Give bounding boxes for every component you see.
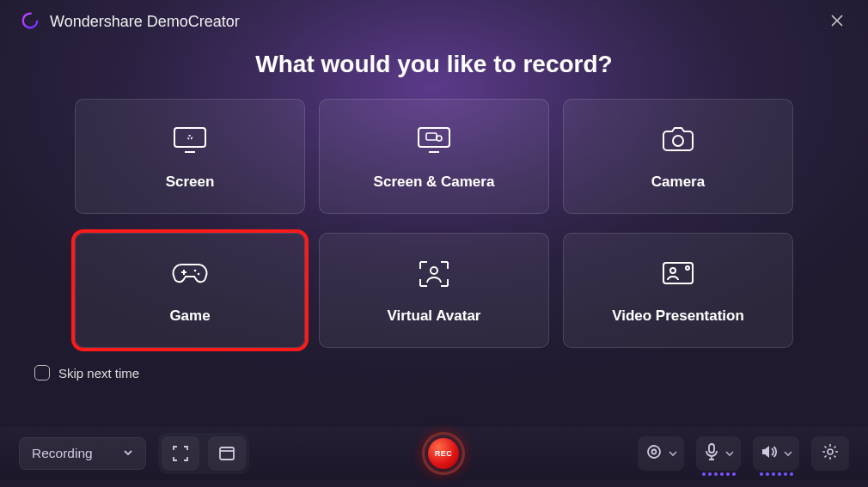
card-label: Camera bbox=[651, 173, 705, 191]
capture-mode-group bbox=[158, 433, 249, 474]
app-logo-icon bbox=[21, 11, 40, 33]
card-virtual-avatar[interactable]: Virtual Avatar bbox=[319, 233, 549, 348]
virtual-avatar-icon bbox=[415, 256, 453, 292]
card-label: Video Presentation bbox=[612, 307, 744, 325]
record-button[interactable]: REC bbox=[422, 432, 465, 475]
svg-point-8 bbox=[673, 136, 683, 146]
microphone-icon bbox=[703, 442, 720, 465]
skip-row: Skip next time bbox=[0, 348, 868, 380]
skip-label: Skip next time bbox=[58, 366, 139, 380]
card-screen[interactable]: Screen bbox=[75, 99, 305, 214]
svg-rect-1 bbox=[174, 128, 205, 147]
level-indicator bbox=[758, 472, 794, 476]
svg-point-15 bbox=[686, 266, 689, 270]
fullscreen-button[interactable] bbox=[162, 436, 199, 471]
svg-point-12 bbox=[198, 273, 200, 276]
title-left: Wondershare DemoCreator bbox=[21, 11, 240, 33]
mode-label: Recording bbox=[32, 446, 93, 461]
close-button[interactable] bbox=[823, 9, 851, 35]
svg-point-22 bbox=[828, 449, 833, 454]
page-heading: What would you like to record? bbox=[0, 51, 868, 78]
window-button[interactable] bbox=[208, 436, 246, 471]
level-indicator bbox=[701, 472, 736, 476]
svg-rect-21 bbox=[709, 444, 714, 453]
game-controller-icon bbox=[169, 256, 211, 292]
chevron-down-icon bbox=[123, 446, 133, 461]
microphone-dropdown[interactable] bbox=[696, 436, 741, 471]
record-label: REC bbox=[428, 438, 459, 469]
svg-rect-5 bbox=[426, 133, 437, 140]
svg-rect-4 bbox=[419, 128, 449, 147]
card-label: Virtual Avatar bbox=[388, 307, 481, 325]
settings-button[interactable] bbox=[811, 436, 849, 471]
chevron-down-icon bbox=[725, 446, 734, 461]
video-presentation-icon bbox=[658, 256, 698, 292]
svg-point-19 bbox=[648, 446, 660, 458]
chevron-down-icon bbox=[784, 446, 792, 461]
record-options-grid: Screen Screen & Camera Camera bbox=[0, 99, 868, 348]
card-game[interactable]: Game bbox=[75, 233, 305, 348]
svg-rect-17 bbox=[220, 447, 234, 460]
chevron-down-icon bbox=[669, 446, 677, 461]
card-label: Screen & Camera bbox=[374, 173, 495, 191]
card-video-presentation[interactable]: Video Presentation bbox=[563, 233, 793, 348]
svg-point-6 bbox=[437, 136, 442, 141]
webcam-dropdown[interactable] bbox=[638, 436, 684, 471]
screen-camera-icon bbox=[413, 122, 455, 158]
speaker-icon bbox=[760, 443, 779, 464]
toolbar-right bbox=[638, 436, 849, 471]
webcam-icon bbox=[645, 442, 663, 465]
screen-icon bbox=[169, 122, 211, 158]
svg-point-2 bbox=[188, 136, 192, 139]
mode-dropdown[interactable]: Recording bbox=[19, 437, 146, 470]
card-label: Game bbox=[169, 307, 210, 325]
svg-point-13 bbox=[431, 267, 437, 274]
camera-icon bbox=[658, 122, 698, 158]
svg-point-11 bbox=[194, 270, 197, 272]
app-title: Wondershare DemoCreator bbox=[50, 13, 240, 31]
svg-point-0 bbox=[23, 13, 38, 27]
bottom-toolbar: Recording REC bbox=[0, 427, 868, 480]
card-label: Screen bbox=[166, 173, 215, 191]
gear-icon bbox=[822, 443, 839, 464]
speaker-dropdown[interactable] bbox=[753, 436, 799, 471]
svg-point-16 bbox=[670, 268, 675, 273]
skip-checkbox[interactable] bbox=[34, 365, 50, 380]
card-screen-camera[interactable]: Screen & Camera bbox=[319, 99, 549, 214]
svg-point-20 bbox=[652, 450, 657, 454]
titlebar: Wondershare DemoCreator bbox=[0, 0, 868, 40]
card-camera[interactable]: Camera bbox=[563, 99, 793, 214]
